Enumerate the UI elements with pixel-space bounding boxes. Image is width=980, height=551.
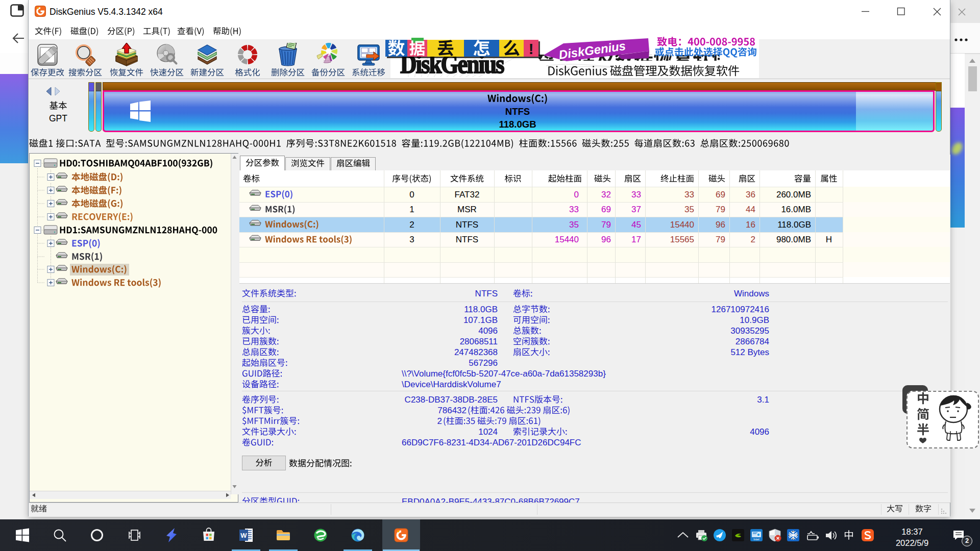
svg-text:W: W <box>240 532 247 539</box>
svg-text:Intel: Intel <box>753 538 759 541</box>
svg-text:EBD0A0A2-B9E5-4433-87C0-68B6B7: EBD0A0A2-B9E5-4433-87C0-68B6B72699C7 <box>402 497 580 503</box>
